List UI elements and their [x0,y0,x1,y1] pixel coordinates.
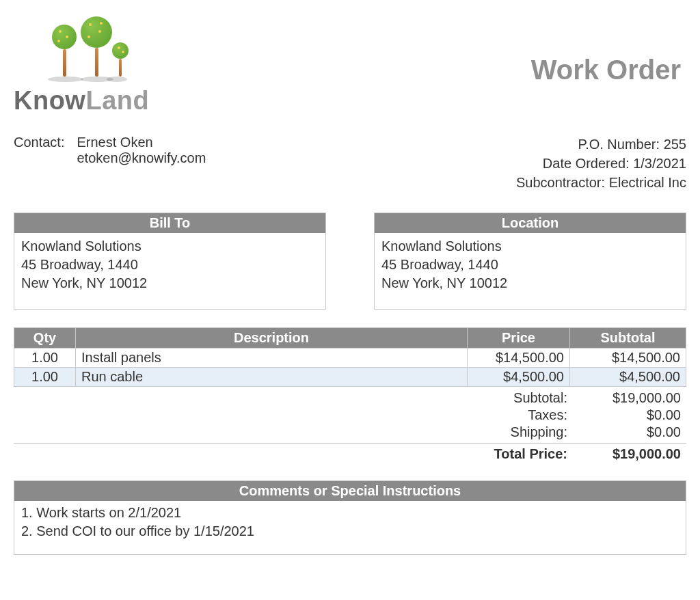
cell-qty: 1.00 [14,368,76,387]
order-meta: P.O. Number: 255 Date Ordered: 1/3/2021 … [516,135,686,192]
trees-icon [46,21,129,82]
subcontractor-label: Subcontractor: [516,175,605,190]
subcontractor-value: Electrical Inc [609,175,686,190]
table-row: 1.00 Run cable $4,500.00 $4,500.00 [14,368,686,387]
date-label: Date Ordered: [543,156,630,171]
location-box: Location Knowland Solutions 45 Broadway,… [374,213,686,310]
bill-to-line: 45 Broadway, 1440 [21,256,319,274]
cell-qty: 1.00 [14,349,76,368]
totals-block: Subtotal: $19,000.00 Taxes: $0.00 Shippi… [14,390,686,463]
contact-email: etoken@knowify.com [77,150,206,166]
cell-sub: $14,500.00 [570,349,686,368]
contact-label: Contact: [14,135,64,192]
comment-line: 1. Work starts on 2/1/2021 [21,504,679,522]
brand-part2: Land [85,86,149,115]
location-line: 45 Broadway, 1440 [381,256,679,274]
col-qty: Qty [14,328,76,349]
total-label: Total Price: [468,446,570,462]
document-title: Work Order [531,55,681,85]
location-line: Knowland Solutions [381,237,679,256]
brand-part1: Know [14,86,85,115]
shipping-label: Shipping: [468,424,570,440]
col-subtotal: Subtotal [570,328,686,349]
subtotal-label: Subtotal: [468,390,570,406]
bill-to-header: Bill To [14,213,325,233]
cell-sub: $4,500.00 [570,368,686,387]
date-value: 1/3/2021 [633,156,686,171]
comment-line: 2. Send COI to our office by 1/15/2021 [21,522,679,541]
col-price: Price [468,328,570,349]
col-description: Description [76,328,468,349]
subtotal-value: $19,000.00 [570,390,686,406]
brand-name: KnowLand [14,86,149,115]
comments-header: Comments or Special Instructions [14,481,686,501]
table-row: 1.00 Install panels $14,500.00 $14,500.0… [14,349,686,368]
bill-to-line: Knowland Solutions [21,237,319,256]
bill-to-line: New York, NY 10012 [21,274,319,292]
document-header: KnowLand Work Order [14,21,686,115]
total-value: $19,000.00 [570,446,686,462]
line-items-table: Qty Description Price Subtotal 1.00 Inst… [14,327,686,387]
po-value: 255 [664,137,686,152]
taxes-label: Taxes: [468,407,570,423]
cell-desc: Install panels [76,349,468,368]
company-logo: KnowLand [14,21,149,115]
shipping-value: $0.00 [570,424,686,440]
contact-block: Contact: Ernest Oken etoken@knowify.com [14,135,206,192]
bill-to-box: Bill To Knowland Solutions 45 Broadway, … [14,213,326,310]
contact-name: Ernest Oken [77,135,206,150]
location-line: New York, NY 10012 [381,274,679,292]
location-header: Location [375,213,686,233]
po-label: P.O. Number: [578,137,660,152]
cell-desc: Run cable [76,368,468,387]
cell-price: $4,500.00 [468,368,570,387]
taxes-value: $0.00 [570,407,686,423]
comments-box: Comments or Special Instructions 1. Work… [14,480,686,555]
info-row: Contact: Ernest Oken etoken@knowify.com … [14,135,686,192]
cell-price: $14,500.00 [468,349,570,368]
address-boxes: Bill To Knowland Solutions 45 Broadway, … [14,213,686,310]
